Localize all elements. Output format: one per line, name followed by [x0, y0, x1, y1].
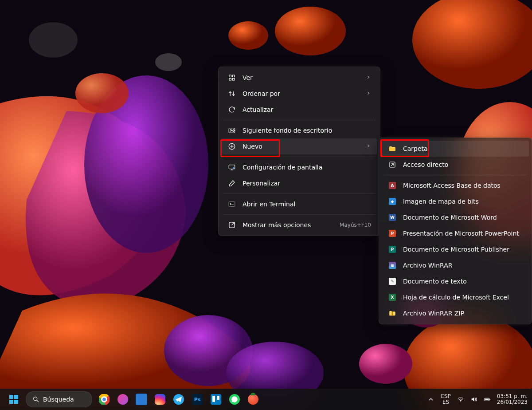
- svg-point-39: [460, 401, 461, 402]
- menu-item-plus-circle[interactable]: Nuevo: [221, 138, 377, 154]
- submenu-item-label: Carpeta: [403, 145, 523, 152]
- taskbar-search[interactable]: Búsqueda: [26, 391, 92, 407]
- menu-item-label: Siguiente fondo de escritorio: [243, 127, 371, 134]
- chevron-right-icon: [366, 75, 371, 80]
- access-icon: A: [388, 181, 397, 190]
- txt-icon: ✎: [388, 277, 397, 286]
- plus-circle-icon: [227, 142, 236, 151]
- windows-icon: [8, 394, 19, 405]
- desktop-context-menu: VerOrdenar porActualizarSiguiente fondo …: [218, 67, 380, 236]
- svg-rect-42: [489, 399, 490, 400]
- search-placeholder: Búsqueda: [43, 396, 74, 403]
- menu-item-shortcut: Mayús+F10: [340, 222, 371, 228]
- tray-chevron-icon[interactable]: [427, 396, 434, 403]
- submenu-item-label: Documento de texto: [403, 278, 523, 285]
- word-icon: W: [388, 213, 397, 222]
- search-icon: [32, 396, 39, 403]
- grid-icon: [227, 73, 236, 82]
- taskbar-app-purple[interactable]: [114, 390, 132, 408]
- refresh-icon: [227, 105, 236, 114]
- menu-item-label: Abrir en Terminal: [243, 201, 371, 208]
- wifi-icon[interactable]: [457, 396, 464, 403]
- submenu-item-zip[interactable]: Archivo WinRAR ZIP: [382, 305, 529, 321]
- menu-item-display-settings[interactable]: Configuración de pantalla: [221, 159, 377, 175]
- svg-rect-27: [9, 395, 13, 399]
- new-submenu: CarpetaAcceso directoAMicrosoft Access B…: [379, 138, 532, 324]
- svg-line-32: [37, 400, 39, 402]
- menu-item-label: Nuevo: [243, 143, 357, 150]
- language-indicator[interactable]: ESP ES: [441, 394, 450, 405]
- submenu-item-bmp[interactable]: ◆Imagen de mapa de bits: [382, 193, 529, 209]
- rar-icon: ≡: [388, 261, 397, 270]
- menu-item-grid[interactable]: Ver: [221, 70, 377, 86]
- svg-rect-16: [229, 79, 231, 81]
- menu-item-label: Ver: [243, 74, 357, 81]
- menu-item-sort[interactable]: Ordenar por: [221, 86, 377, 102]
- chrome-icon: [99, 394, 110, 405]
- submenu-item-shortcut[interactable]: Acceso directo: [382, 157, 529, 173]
- ppt-icon: P: [388, 229, 397, 238]
- submenu-item-word[interactable]: WDocumento de Microsoft Word: [382, 209, 529, 225]
- clock[interactable]: 03:51 p. m. 26/01/2023: [497, 394, 528, 405]
- shortcut-icon: [388, 160, 397, 169]
- submenu-item-label: Microsoft Access Base de datos: [403, 182, 523, 189]
- taskbar-app-pomodoro[interactable]: [244, 390, 262, 408]
- svg-point-22: [233, 167, 234, 169]
- svg-point-5: [155, 53, 182, 71]
- brush-icon: [227, 179, 236, 188]
- desktop[interactable]: VerOrdenar porActualizarSiguiente fondo …: [0, 0, 532, 410]
- svg-rect-15: [233, 75, 235, 77]
- menu-item-terminal[interactable]: Abrir en Terminal: [221, 196, 377, 212]
- taskbar: Búsqueda Ps ESP ES 03:51 p. m. 26/01/202…: [0, 389, 532, 410]
- submenu-item-pub[interactable]: PDocumento de Microsoft Publisher: [382, 241, 529, 257]
- taskbar-app-telegram[interactable]: [170, 390, 188, 408]
- battery-icon[interactable]: [484, 396, 491, 403]
- taskbar-app-chrome[interactable]: [95, 390, 113, 408]
- menu-item-next-bg[interactable]: Siguiente fondo de escritorio: [221, 122, 377, 138]
- submenu-item-access[interactable]: AMicrosoft Access Base de datos: [382, 177, 529, 193]
- taskbar-app-instagram[interactable]: [151, 390, 169, 408]
- taskbar-app-trello[interactable]: [207, 390, 225, 408]
- svg-rect-23: [229, 202, 235, 207]
- svg-point-13: [75, 73, 129, 113]
- menu-item-label: Ordenar por: [243, 90, 357, 97]
- submenu-item-txt[interactable]: ✎Documento de texto: [382, 273, 529, 289]
- taskbar-app-whatsapp[interactable]: [226, 390, 243, 408]
- submenu-item-label: Acceso directo: [403, 161, 523, 168]
- chevron-right-icon: [366, 91, 371, 96]
- volume-icon[interactable]: [470, 396, 477, 403]
- svg-rect-29: [9, 400, 13, 404]
- svg-rect-26: [392, 311, 393, 315]
- menu-item-label: Mostrar más opciones: [243, 221, 326, 229]
- submenu-item-label: Archivo WinRAR ZIP: [403, 310, 523, 317]
- start-button[interactable]: [5, 390, 23, 408]
- svg-rect-28: [14, 395, 18, 399]
- svg-point-4: [228, 21, 268, 50]
- chevron-right-icon: [366, 143, 371, 149]
- submenu-item-folder[interactable]: Carpeta: [382, 141, 529, 157]
- svg-rect-30: [14, 400, 18, 404]
- submenu-item-label: Documento de Microsoft Word: [403, 214, 523, 221]
- menu-item-label: Actualizar: [243, 106, 371, 113]
- submenu-item-label: Documento de Microsoft Publisher: [403, 246, 523, 253]
- sort-icon: [227, 89, 236, 98]
- more-icon: [227, 221, 236, 229]
- taskbar-app-photoshop[interactable]: Ps: [188, 390, 206, 408]
- svg-point-31: [34, 397, 37, 401]
- submenu-item-label: Presentación de Microsoft PowerPoint: [403, 230, 523, 237]
- submenu-item-ppt[interactable]: PPresentación de Microsoft PowerPoint: [382, 225, 529, 241]
- taskbar-app-calculator[interactable]: [133, 390, 150, 408]
- next-bg-icon: [227, 126, 236, 135]
- submenu-item-xls[interactable]: XHoja de cálculo de Microsoft Excel: [382, 289, 529, 305]
- submenu-item-rar[interactable]: ≡Archivo WinRAR: [382, 257, 529, 273]
- svg-rect-41: [485, 399, 489, 400]
- submenu-item-label: Imagen de mapa de bits: [403, 198, 523, 205]
- submenu-item-label: Hoja de cálculo de Microsoft Excel: [403, 294, 523, 301]
- svg-point-19: [231, 129, 231, 130]
- display-settings-icon: [227, 163, 236, 172]
- menu-item-refresh[interactable]: Actualizar: [221, 102, 377, 118]
- svg-rect-14: [229, 75, 231, 77]
- menu-item-label: Personalizar: [243, 180, 371, 187]
- menu-item-brush[interactable]: Personalizar: [221, 175, 377, 191]
- menu-item-more[interactable]: Mostrar más opcionesMayús+F10: [221, 217, 377, 233]
